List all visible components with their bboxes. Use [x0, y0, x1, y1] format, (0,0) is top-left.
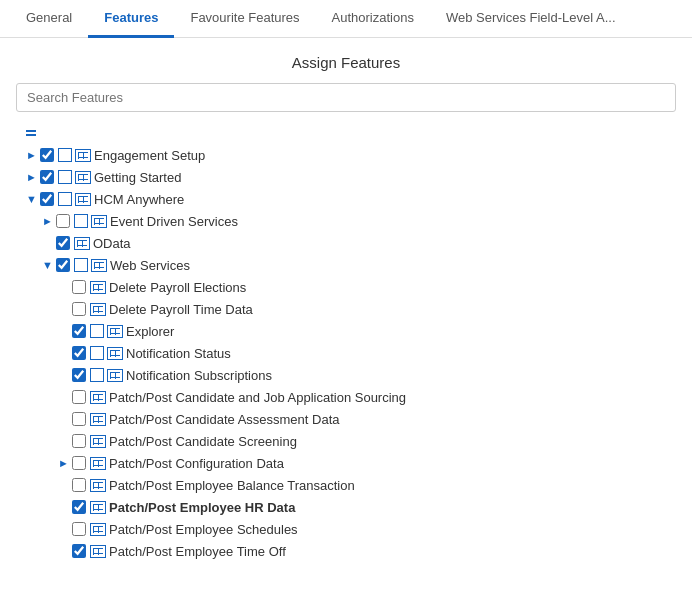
- engagement-setup-checkbox[interactable]: [40, 148, 54, 162]
- patch-configuration-data-checkbox[interactable]: [72, 456, 86, 470]
- list-item: Patch/Post Candidate and Job Application…: [16, 386, 676, 408]
- patch-employee-balance-label[interactable]: Patch/Post Employee Balance Transaction: [109, 478, 355, 493]
- feature-icon-b: [90, 545, 106, 558]
- feature-icon-b: [75, 171, 91, 184]
- delete-payroll-elections-checkbox[interactable]: [72, 280, 86, 294]
- feature-icon-a: [90, 368, 104, 382]
- main-content: Assign Features ► Engagement Setup ► Get…: [0, 38, 692, 578]
- feature-tree: ► Engagement Setup ► Getting Started ▼ H…: [16, 122, 676, 562]
- feature-icon-b: [91, 259, 107, 272]
- list-item: Patch/Post Candidate Assessment Data: [16, 408, 676, 430]
- patch-candidate-assessment-checkbox[interactable]: [72, 412, 86, 426]
- list-item: Explorer: [16, 320, 676, 342]
- feature-icon-b: [90, 501, 106, 514]
- patch-candidate-screening-checkbox[interactable]: [72, 434, 86, 448]
- patch-employee-time-off-checkbox[interactable]: [72, 544, 86, 558]
- feature-icon-b: [75, 193, 91, 206]
- delete-payroll-time-data-checkbox[interactable]: [72, 302, 86, 316]
- feature-icon-a: [74, 258, 88, 272]
- patch-employee-schedules-checkbox[interactable]: [72, 522, 86, 536]
- odata-checkbox[interactable]: [56, 236, 70, 250]
- hcm-anywhere-label[interactable]: HCM Anywhere: [94, 192, 184, 207]
- list-item: Delete Payroll Elections: [16, 276, 676, 298]
- expand-icon[interactable]: ►: [42, 215, 52, 227]
- feature-icon-b: [90, 281, 106, 294]
- dash-icon: [26, 130, 36, 136]
- feature-icon-b: [90, 391, 106, 404]
- notification-status-checkbox[interactable]: [72, 346, 86, 360]
- feature-icon-b: [107, 325, 123, 338]
- web-services-label[interactable]: Web Services: [110, 258, 190, 273]
- patch-candidate-screening-label[interactable]: Patch/Post Candidate Screening: [109, 434, 297, 449]
- list-item: ► Getting Started: [16, 166, 676, 188]
- list-item: Notification Subscriptions: [16, 364, 676, 386]
- notification-subscriptions-label[interactable]: Notification Subscriptions: [126, 368, 272, 383]
- patch-candidate-job-label[interactable]: Patch/Post Candidate and Job Application…: [109, 390, 406, 405]
- patch-configuration-data-label[interactable]: Patch/Post Configuration Data: [109, 456, 284, 471]
- feature-icon-b: [90, 479, 106, 492]
- expand-icon[interactable]: ►: [26, 149, 36, 161]
- getting-started-label[interactable]: Getting Started: [94, 170, 181, 185]
- list-item: Patch/Post Candidate Screening: [16, 430, 676, 452]
- tree-dash-lines: [16, 122, 676, 144]
- tab-authorizations[interactable]: Authorizations: [316, 0, 430, 38]
- tab-web-services-field[interactable]: Web Services Field-Level A...: [430, 0, 632, 38]
- feature-icon-a: [90, 346, 104, 360]
- tab-general[interactable]: General: [10, 0, 88, 38]
- feature-icon-a: [90, 324, 104, 338]
- expand-icon[interactable]: ▼: [42, 259, 52, 271]
- feature-icon-b: [90, 523, 106, 536]
- odata-label[interactable]: OData: [93, 236, 131, 251]
- notification-subscriptions-checkbox[interactable]: [72, 368, 86, 382]
- list-item: Delete Payroll Time Data: [16, 298, 676, 320]
- feature-icon-b: [91, 215, 107, 228]
- expand-icon[interactable]: ▼: [26, 193, 36, 205]
- delete-payroll-elections-label[interactable]: Delete Payroll Elections: [109, 280, 246, 295]
- tab-favourite-features[interactable]: Favourite Features: [174, 0, 315, 38]
- tab-features[interactable]: Features: [88, 0, 174, 38]
- feature-icon-a: [58, 170, 72, 184]
- patch-employee-balance-checkbox[interactable]: [72, 478, 86, 492]
- event-driven-services-label[interactable]: Event Driven Services: [110, 214, 238, 229]
- list-item: ▼ Web Services: [16, 254, 676, 276]
- expand-icon[interactable]: ►: [26, 171, 36, 183]
- feature-icon-b: [107, 369, 123, 382]
- getting-started-checkbox[interactable]: [40, 170, 54, 184]
- expand-icon[interactable]: ►: [58, 457, 68, 469]
- list-item: Patch/Post Employee Schedules: [16, 518, 676, 540]
- list-item: ► Engagement Setup: [16, 144, 676, 166]
- feature-icon-b: [90, 413, 106, 426]
- list-item: ► Event Driven Services: [16, 210, 676, 232]
- event-driven-services-checkbox[interactable]: [56, 214, 70, 228]
- list-item: Patch/Post Employee Balance Transaction: [16, 474, 676, 496]
- patch-employee-schedules-label[interactable]: Patch/Post Employee Schedules: [109, 522, 298, 537]
- notification-status-label[interactable]: Notification Status: [126, 346, 231, 361]
- feature-icon-a: [58, 192, 72, 206]
- list-item: ▼ HCM Anywhere: [16, 188, 676, 210]
- tab-bar: General Features Favourite Features Auth…: [0, 0, 692, 38]
- web-services-checkbox[interactable]: [56, 258, 70, 272]
- patch-employee-time-off-label[interactable]: Patch/Post Employee Time Off: [109, 544, 286, 559]
- feature-icon-b: [107, 347, 123, 360]
- engagement-setup-label[interactable]: Engagement Setup: [94, 148, 205, 163]
- list-item: Patch/Post Employee Time Off: [16, 540, 676, 562]
- patch-employee-hr-data-label[interactable]: Patch/Post Employee HR Data: [109, 500, 295, 515]
- search-input[interactable]: [16, 83, 676, 112]
- feature-icon-b: [90, 457, 106, 470]
- patch-employee-hr-data-checkbox[interactable]: [72, 500, 86, 514]
- list-item: OData: [16, 232, 676, 254]
- feature-icon-b: [90, 303, 106, 316]
- hcm-anywhere-checkbox[interactable]: [40, 192, 54, 206]
- list-item: ► Patch/Post Configuration Data: [16, 452, 676, 474]
- patch-candidate-job-checkbox[interactable]: [72, 390, 86, 404]
- feature-icon-b: [90, 435, 106, 448]
- delete-payroll-time-data-label[interactable]: Delete Payroll Time Data: [109, 302, 253, 317]
- patch-candidate-assessment-label[interactable]: Patch/Post Candidate Assessment Data: [109, 412, 340, 427]
- feature-icon-a: [74, 214, 88, 228]
- feature-icon-b: [75, 149, 91, 162]
- explorer-checkbox[interactable]: [72, 324, 86, 338]
- list-item: Notification Status: [16, 342, 676, 364]
- panel-title: Assign Features: [16, 54, 676, 71]
- explorer-label[interactable]: Explorer: [126, 324, 174, 339]
- feature-icon-a: [58, 148, 72, 162]
